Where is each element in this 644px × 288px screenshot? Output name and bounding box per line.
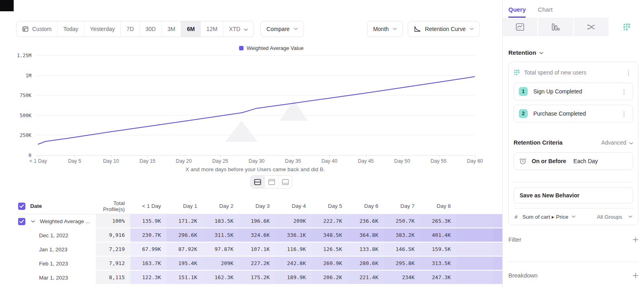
header-cell-day-6: Day 6 <box>348 203 384 209</box>
measure-property-dropdown[interactable]: Sum of cart ▸ Price <box>522 213 568 220</box>
value-cell: 336.1K <box>275 228 312 242</box>
chevron-down-icon <box>244 26 248 32</box>
chevron-down-icon <box>629 139 633 146</box>
row-total-cell: 8,115 <box>96 271 130 285</box>
x-axis-tick <box>184 155 184 157</box>
range-yesterday[interactable]: Yesterday <box>84 21 121 37</box>
kebab-menu-icon[interactable]: ⋮ <box>619 110 629 118</box>
gridline <box>35 155 475 155</box>
y-axis-tick-label: 1M <box>16 73 31 79</box>
value-cell: 206.2K <box>312 271 348 285</box>
calendar-icon <box>22 26 29 32</box>
row-date-cell: Mar 1, 2023 <box>16 271 96 285</box>
timing-window: Each Day <box>574 158 598 164</box>
view-toggle-chart-only[interactable] <box>264 176 278 188</box>
range-label: XTD <box>229 26 240 32</box>
header-cell-day-2: Day 2 <box>203 203 239 209</box>
chevron-down-icon <box>294 28 298 30</box>
row-expand-icon[interactable] <box>31 220 35 223</box>
value-cell-cut <box>493 257 502 271</box>
value-cell: 151.1K <box>167 271 203 285</box>
filter-row: Filter <box>508 236 638 243</box>
behavior-title: Total spend of new users <box>524 69 624 76</box>
funnels-icon <box>551 23 559 31</box>
value-cell: 107.1K <box>239 242 275 257</box>
value-cell: 195.4K <box>167 257 203 271</box>
header-cell-day-7: Day 7 <box>384 203 420 209</box>
y-axis-tick-label: 750K <box>16 93 31 98</box>
value-cell: 242.8K <box>275 257 312 271</box>
retention-section-label: Retention <box>508 49 536 56</box>
range-xtd[interactable]: XTD <box>223 21 254 37</box>
kebab-menu-icon[interactable]: ⋮ <box>624 69 633 77</box>
range-7d[interactable]: 7D <box>120 21 139 37</box>
compare-button[interactable]: Compare <box>260 21 304 37</box>
date-range-control: CustomTodayYesterday7D30D3M6M12MXTD <box>16 21 254 37</box>
row-checkbox[interactable] <box>18 218 25 225</box>
kebab-menu-icon[interactable]: ⋮ <box>619 88 629 95</box>
x-axis-tick <box>402 155 402 157</box>
line-plot <box>35 55 475 155</box>
timing-row[interactable]: On or Before Each Day <box>514 152 633 170</box>
value-cell: 135.9K <box>130 214 167 228</box>
header-cell-day-5: Day 5 <box>312 203 348 209</box>
value-cell: 383.2K <box>384 228 420 242</box>
chart-type-flows[interactable] <box>573 18 609 36</box>
view-toggle-table-only[interactable] <box>278 176 292 188</box>
range-12m[interactable]: 12M <box>200 21 223 37</box>
range-6m[interactable]: 6M <box>181 21 200 37</box>
breakdown-label: Breakdown <box>508 272 538 279</box>
range-label: Custom <box>32 26 52 32</box>
value-cell: 247.3K <box>420 271 456 285</box>
range-label: 30D <box>145 26 156 32</box>
value-cell: 133.8K <box>348 242 384 257</box>
chart-type-retention[interactable] <box>609 18 644 36</box>
row-date-cell: Feb 1, 2023 <box>16 257 96 271</box>
value-cell: 116.9K <box>275 242 312 257</box>
y-axis-tick-label: 250K <box>16 133 31 138</box>
value-cell: 209K <box>275 214 312 228</box>
range-today[interactable]: Today <box>57 21 84 37</box>
row-label: Weighted Average ... <box>40 218 90 224</box>
retention-curve-icon <box>414 26 421 32</box>
value-cell: 234K <box>384 271 420 285</box>
value-cell-cut <box>456 214 493 228</box>
criteria-mode-dropdown[interactable]: Advanced <box>601 139 633 146</box>
criteria-mode-label: Advanced <box>601 139 626 146</box>
chevron-down-icon <box>393 28 397 30</box>
retention-section-dropdown[interactable]: Retention <box>508 49 638 56</box>
select-all-checkbox[interactable] <box>18 203 25 210</box>
value-cell: 97.87K <box>203 242 239 257</box>
divider <box>514 182 633 182</box>
row-label: Mar 1, 2023 <box>39 275 68 281</box>
behavior-step[interactable]: 1Sign Up Completed⋮ <box>514 83 633 100</box>
x-axis-tick-label: Day 35 <box>285 158 301 164</box>
x-axis-tick <box>329 155 330 157</box>
range-30d[interactable]: 30D <box>139 21 161 37</box>
all-groups-dropdown[interactable]: All Groups <box>597 214 632 220</box>
granularity-button[interactable]: Month <box>367 21 403 37</box>
x-axis-tick-label: Day 20 <box>176 158 192 164</box>
row-date-cell: Jan 1, 2023 <box>16 242 96 257</box>
chart-type-insights[interactable] <box>503 18 537 36</box>
x-axis-tick <box>74 155 75 157</box>
chart-legend[interactable]: Weighted Average Value <box>52 45 491 51</box>
add-breakdown-icon[interactable] <box>633 273 638 278</box>
filter-label: Filter <box>508 236 521 243</box>
tab-query[interactable]: Query <box>508 6 526 18</box>
range-custom[interactable]: Custom <box>17 21 57 37</box>
add-filter-icon[interactable] <box>633 237 638 242</box>
header-cell-total-profile-s-: Total Profile(s) <box>96 200 130 212</box>
chart-type-button[interactable]: Retention Curve <box>408 21 480 37</box>
behavior-step[interactable]: 2Purchase Completed⋮ <box>514 105 633 122</box>
numeric-property-icon: # <box>514 214 518 220</box>
chart-type-funnels[interactable] <box>537 18 573 36</box>
panel-tabs: Query Chart <box>503 0 644 18</box>
tab-chart[interactable]: Chart <box>538 6 553 18</box>
value-cell: 230.7K <box>130 228 167 242</box>
save-as-new-behavior-button[interactable]: Save as New Behavior <box>514 187 633 203</box>
range-3m[interactable]: 3M <box>161 21 181 37</box>
view-toggle-split-view[interactable] <box>251 176 264 188</box>
toolbar: CustomTodayYesterday7D30D3M6M12MXTD Comp… <box>16 21 480 37</box>
flows-icon <box>587 23 596 31</box>
